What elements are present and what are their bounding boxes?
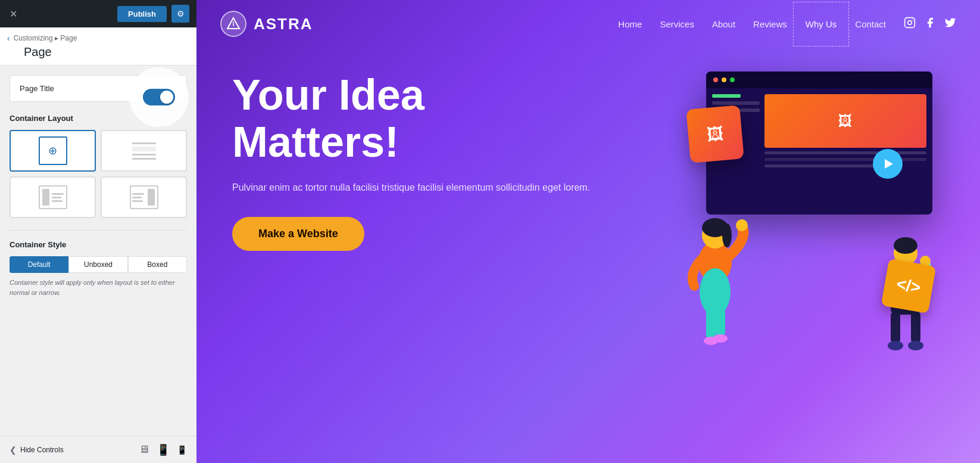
- container-style-label: Container Style: [10, 240, 187, 249]
- container-style-section: Container Style Default Unboxed Boxed Co…: [10, 240, 187, 297]
- dot-red: [713, 77, 718, 82]
- svg-point-13: [713, 334, 728, 343]
- hero-subtitle: Pulvinar enim ac tortor nulla facilisi t…: [232, 180, 601, 195]
- browser-image-area: 🖼: [764, 94, 926, 148]
- nav-about[interactable]: About: [712, 19, 735, 29]
- svg-point-3: [908, 20, 912, 24]
- hide-controls-label: Hide Controls: [20, 446, 64, 454]
- svg-rect-2: [905, 17, 915, 27]
- hero-content: Your Idea Matters! Pulvinar enim ac tort…: [232, 72, 601, 251]
- facebook-icon[interactable]: [924, 17, 936, 32]
- logo-text: ASTRA: [254, 15, 313, 33]
- browser-topbar: [706, 72, 932, 88]
- image-card-icon: 🖼: [706, 123, 725, 144]
- code-card: </>: [881, 259, 937, 314]
- style-unboxed-button[interactable]: Unboxed: [68, 256, 127, 273]
- panel-content: Page Title Container Layout: [0, 66, 196, 436]
- svg-point-8: [722, 223, 732, 247]
- back-arrow[interactable]: ‹: [7, 33, 10, 43]
- svg-point-14: [736, 219, 748, 231]
- website-preview: ASTRA Home Services About Reviews Why Us…: [196, 0, 980, 463]
- layout-normal-icon: [132, 142, 156, 160]
- nav-links: Home Services About Reviews Why Us Conta…: [618, 18, 886, 30]
- svg-point-16: [894, 237, 917, 254]
- bm-line-3: [764, 164, 878, 167]
- svg-point-9: [700, 268, 731, 316]
- nav-home[interactable]: Home: [618, 19, 642, 29]
- nav-social: [904, 17, 956, 32]
- nav-bar: ASTRA Home Services About Reviews Why Us…: [196, 0, 980, 48]
- hero-illustration: 🖼 🖼: [658, 60, 944, 369]
- svg-rect-10: [706, 307, 716, 340]
- publish-button[interactable]: Publish: [117, 6, 167, 22]
- top-bar: ✕ Publish ⚙: [0, 0, 196, 27]
- layout-grid: ⊕: [10, 130, 187, 218]
- container-layout-section: Container Layout ⊕: [10, 114, 187, 218]
- image-card: 🖼: [686, 105, 744, 163]
- hero-title: Your Idea Matters!: [232, 72, 601, 166]
- logo-icon: [220, 11, 246, 37]
- svg-point-4: [912, 19, 913, 20]
- person-1-svg: [676, 203, 754, 358]
- style-note: Container style will apply only when lay…: [10, 278, 187, 297]
- layout-normal[interactable]: [101, 130, 187, 172]
- cta-button[interactable]: Make a Website: [232, 217, 364, 251]
- person-1: [676, 203, 754, 358]
- play-triangle-icon: [885, 159, 893, 169]
- breadcrumb-current: Page: [7, 45, 187, 59]
- settings-button[interactable]: ⚙: [171, 5, 189, 23]
- breadcrumb-nav: ‹ Customizing ▸ Page: [7, 33, 187, 43]
- hide-controls-arrow-icon: ❮: [10, 445, 17, 455]
- style-default-button[interactable]: Default: [10, 256, 68, 273]
- astra-logo-svg: [226, 17, 241, 31]
- customizer-panel: ✕ Publish ⚙ ‹ Customizing ▸ Page Page Pa…: [0, 0, 196, 463]
- page-title-toggle[interactable]: [143, 89, 175, 105]
- nav-why-us[interactable]: Why Us: [793, 2, 850, 46]
- nav-reviews[interactable]: Reviews: [753, 19, 787, 29]
- play-button[interactable]: [873, 149, 903, 179]
- nav-contact[interactable]: Contact: [855, 19, 886, 29]
- dot-yellow: [722, 77, 726, 82]
- svg-rect-11: [716, 307, 725, 337]
- style-buttons: Default Unboxed Boxed: [10, 256, 187, 273]
- code-card-icon: </>: [895, 275, 922, 298]
- logo: ASTRA: [220, 11, 313, 37]
- svg-rect-20: [911, 311, 920, 344]
- mock-line-1: [712, 101, 760, 105]
- svg-point-22: [908, 341, 923, 350]
- layout-sidebar-left[interactable]: [10, 176, 96, 218]
- svg-point-21: [888, 341, 903, 350]
- hide-controls[interactable]: ❮ Hide Controls: [10, 445, 64, 455]
- mobile-icon[interactable]: 📱: [177, 445, 187, 455]
- mock-line-green: [712, 94, 741, 98]
- divider: [10, 230, 187, 231]
- nav-services[interactable]: Services: [660, 19, 694, 29]
- device-icons: 🖥 📱 📱: [139, 443, 187, 456]
- tablet-icon[interactable]: 📱: [157, 443, 170, 456]
- layout-full-icon: ⊕: [39, 136, 67, 165]
- layout-full-width[interactable]: ⊕: [10, 130, 96, 172]
- twitter-icon[interactable]: [944, 17, 956, 32]
- browser-main: 🖼: [764, 94, 926, 167]
- layout-sidebar-left-icon: [39, 185, 67, 209]
- breadcrumb-path: Customizing ▸ Page: [14, 34, 77, 42]
- dot-green: [730, 77, 735, 82]
- bottom-bar: ❮ Hide Controls 🖥 📱 📱: [0, 436, 196, 463]
- desktop-icon[interactable]: 🖥: [139, 443, 149, 456]
- toggle-highlight: [129, 67, 189, 127]
- page-title-row: Page Title: [10, 75, 187, 102]
- bm-line-1: [764, 151, 926, 154]
- breadcrumb-bar: ‹ Customizing ▸ Page Page: [0, 27, 196, 66]
- style-boxed-button[interactable]: Boxed: [128, 256, 187, 273]
- layout-sidebar-right-icon: [130, 185, 158, 209]
- svg-rect-19: [891, 311, 900, 344]
- page-title-label: Page Title: [20, 84, 54, 93]
- instagram-icon[interactable]: [904, 17, 916, 32]
- close-button[interactable]: ✕: [7, 6, 20, 22]
- layout-sidebar-right[interactable]: [101, 176, 187, 218]
